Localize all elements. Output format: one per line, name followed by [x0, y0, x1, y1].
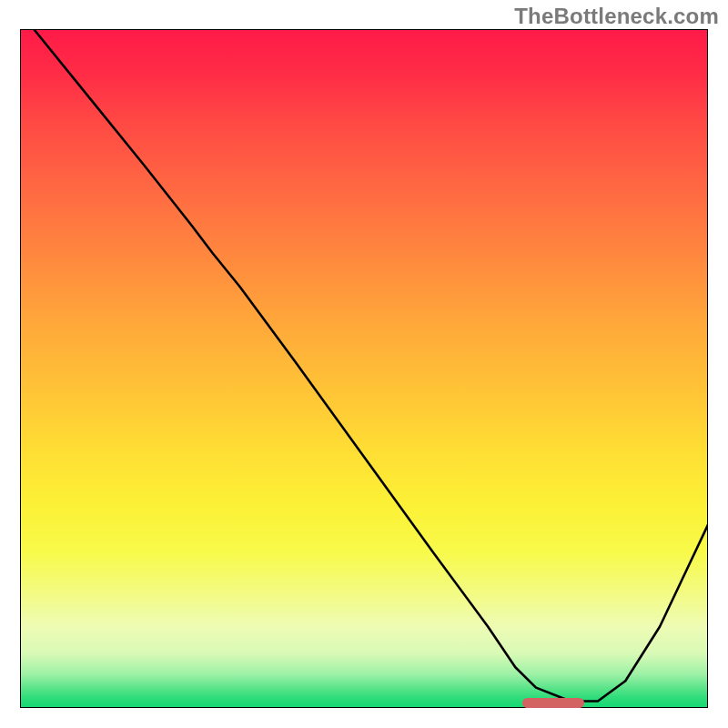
watermark-text: TheBottleneck.com [514, 4, 719, 29]
chart-wrapper: TheBottleneck.com [0, 0, 728, 728]
heat-gradient-background [20, 29, 708, 708]
plot-area [20, 29, 708, 708]
optimal-range-marker [522, 698, 584, 708]
